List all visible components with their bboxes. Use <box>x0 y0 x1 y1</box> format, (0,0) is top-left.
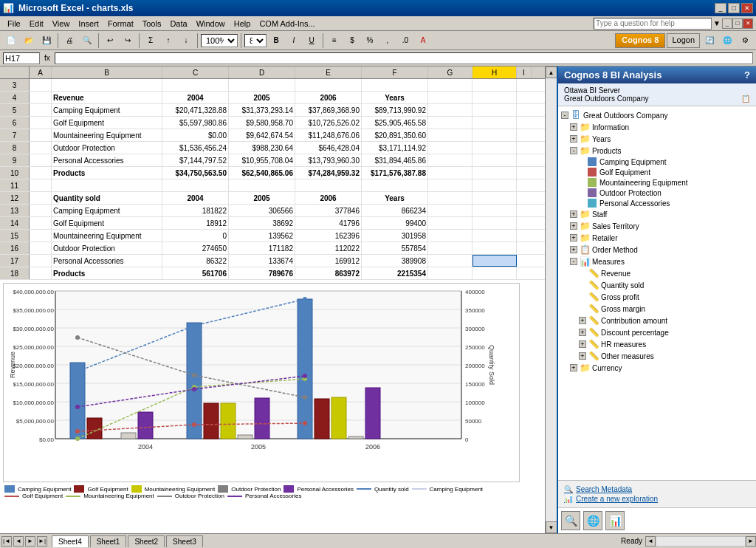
menu-insert[interactable]: Insert <box>74 18 103 30</box>
tree-expand-staff[interactable]: + <box>570 210 577 218</box>
tree-item-products[interactable]: - 📁 Products <box>570 145 753 157</box>
tree-expand-sales[interactable]: + <box>570 222 577 230</box>
cell[interactable]: 112022 <box>295 242 362 254</box>
underline-button[interactable]: U <box>303 32 320 49</box>
cell[interactable] <box>428 255 472 267</box>
menu-format[interactable]: Format <box>103 18 138 30</box>
autosum-button[interactable]: Σ <box>142 32 159 49</box>
cognos-footer-btn-2[interactable]: 🌐 <box>583 511 602 530</box>
tree-item-measures[interactable]: - 📊 Measures <box>570 256 753 267</box>
currency-button[interactable]: $ <box>344 32 360 49</box>
cell[interactable]: $7,144,797.52 <box>162 154 229 166</box>
bold-button[interactable]: B <box>268 32 284 49</box>
cell[interactable] <box>30 104 52 116</box>
cell[interactable]: Years <box>362 192 428 204</box>
cell[interactable] <box>428 142 472 154</box>
cell[interactable] <box>362 179 428 191</box>
cell[interactable] <box>472 92 517 103</box>
cell[interactable]: Golf Equipment <box>52 117 162 129</box>
cell[interactable]: 0 <box>162 230 229 242</box>
cell-2006-header[interactable]: 2006 <box>295 92 362 103</box>
cell[interactable] <box>30 92 52 103</box>
tree-item-information[interactable]: + 📁 Information <box>570 121 753 133</box>
cell[interactable] <box>30 267 52 279</box>
create-exploration-link[interactable]: 📊 Create a new exploration <box>564 495 750 503</box>
tree-item-other-measures[interactable]: + 📏 Other measures <box>579 350 753 362</box>
cell[interactable] <box>428 79 472 91</box>
font-size-select[interactable]: 8 <box>244 34 267 47</box>
cell[interactable]: 18912 <box>162 217 229 229</box>
help-search-input[interactable] <box>594 18 712 30</box>
cell[interactable] <box>428 230 472 242</box>
cell-revenue-label[interactable]: Revenue <box>52 92 162 103</box>
menu-edit[interactable]: Edit <box>25 18 48 30</box>
cell-outdoor-label[interactable]: Outdoor Protection <box>52 142 162 154</box>
percent-button[interactable]: % <box>362 32 378 49</box>
help-window-close[interactable]: ✕ <box>743 18 753 29</box>
cell[interactable]: $11,248,676.06 <box>295 129 362 141</box>
tree-expand-order[interactable]: + <box>570 246 577 253</box>
logon-button[interactable]: Logon <box>667 33 700 48</box>
cell[interactable]: $0.00 <box>162 129 229 141</box>
cell[interactable]: $988,230.64 <box>229 142 295 154</box>
cell[interactable] <box>428 117 472 129</box>
selected-cell[interactable] <box>472 255 517 267</box>
help-dropdown-icon[interactable]: ▼ <box>713 19 721 27</box>
tree-item-mountaineering[interactable]: Mountaineering Equipment <box>579 177 753 188</box>
cell[interactable] <box>162 79 229 91</box>
cell[interactable]: $1,536,456.24 <box>162 142 229 154</box>
cell-2004-header[interactable]: 2004 <box>162 92 229 103</box>
zoom-select[interactable]: 100% <box>201 34 238 47</box>
cell[interactable] <box>472 242 517 254</box>
cell[interactable]: 171182 <box>229 242 295 254</box>
tree-item-hr-measures[interactable]: + 📏 HR measures <box>579 338 753 350</box>
cell[interactable] <box>428 167 472 179</box>
cell[interactable] <box>472 267 517 279</box>
scroll-right-button[interactable]: ► <box>746 536 756 547</box>
col-header-H[interactable]: H <box>472 66 517 78</box>
settings-icon[interactable]: ⚙ <box>737 32 753 49</box>
print-button[interactable]: 🖨 <box>61 32 78 49</box>
sheet-tab-sheet1[interactable]: Sheet1 <box>90 535 127 547</box>
cell[interactable]: $34,750,563.50 <box>162 167 229 179</box>
tree-expand-discount[interactable]: + <box>579 329 586 336</box>
cell[interactable] <box>472 179 517 191</box>
cell[interactable]: 301958 <box>362 230 428 242</box>
cell[interactable] <box>472 79 517 91</box>
cell[interactable]: Personal Accessories <box>52 154 162 166</box>
cell[interactable]: 306566 <box>229 205 295 216</box>
cell-reference-input[interactable] <box>3 52 40 64</box>
cell-mountaineering-qty[interactable]: Mountaineering Equipment <box>52 230 162 242</box>
tree-item-sales-territory[interactable]: + 📁 Sales Territory <box>570 220 753 232</box>
col-header-E[interactable]: E <box>295 66 362 78</box>
minimize-button[interactable]: _ <box>715 3 726 13</box>
cell[interactable] <box>30 179 52 191</box>
cell[interactable] <box>472 154 517 166</box>
tree-item-order-method[interactable]: + 📋 Order Method <box>570 244 753 256</box>
new-button[interactable]: 📄 <box>3 32 19 49</box>
cell[interactable]: 169912 <box>295 255 362 267</box>
cell[interactable]: 38692 <box>229 217 295 229</box>
cell[interactable] <box>362 79 428 91</box>
cell[interactable]: $37,869,368.90 <box>295 104 362 116</box>
tree-item-discount[interactable]: + 📏 Discount percentage <box>579 326 753 338</box>
cell[interactable]: 2006 <box>295 192 362 204</box>
col-header-A[interactable]: A <box>30 66 52 78</box>
cell[interactable]: $3,171,114.92 <box>362 142 428 154</box>
cell[interactable]: 377846 <box>295 205 362 216</box>
cell[interactable] <box>428 217 472 229</box>
cell[interactable]: $646,428.04 <box>295 142 362 154</box>
menu-com-addins[interactable]: COM Add-Ins... <box>255 18 319 30</box>
cell[interactable]: $25,905,465.58 <box>362 117 428 129</box>
tree-expand-products[interactable]: - <box>570 147 577 154</box>
menu-data[interactable]: Data <box>165 18 191 30</box>
cell[interactable] <box>30 117 52 129</box>
close-button[interactable]: ✕ <box>741 3 753 13</box>
tree-expand-retailer[interactable]: + <box>570 234 577 242</box>
cell[interactable]: 41796 <box>295 217 362 229</box>
menu-view[interactable]: View <box>48 18 75 30</box>
help-window-restore[interactable]: □ <box>732 18 743 29</box>
undo-button[interactable]: ↩ <box>102 32 118 49</box>
tree-item-camping[interactable]: Camping Equipment <box>579 157 753 167</box>
cell[interactable]: Golf Equipment <box>52 217 162 229</box>
